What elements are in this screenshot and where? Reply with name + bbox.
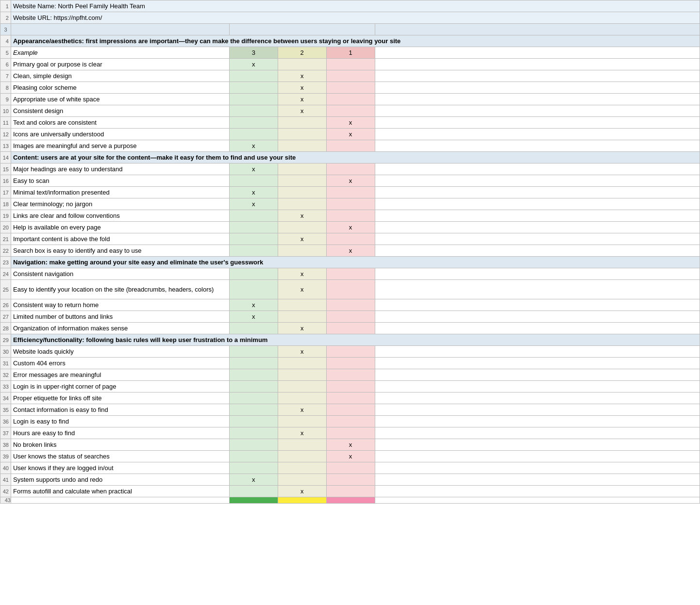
cell-36-r1 [326,416,375,427]
cell-12-r2 [278,129,326,140]
cell-11-comments [375,117,700,129]
cell-33-label: Login is in upper-right corner of page [11,381,229,392]
cell-8-r2: x [278,82,326,94]
row-34: 34 Proper etiquette for links off site [0,392,700,404]
cell-24-comments [375,268,700,280]
row-42: 42 Forms autofill and calculate when pra… [0,486,700,497]
row-27: 27 Limited number of buttons and links x [0,311,700,323]
row-3-header: 3 [0,24,700,35]
cell-19-r3 [229,210,278,222]
row-35: 35 Contact information is easy to find x [0,404,700,416]
cell-36-r2 [278,416,326,427]
cell-24-r2: x [278,268,326,280]
cell-24-r1 [326,268,375,280]
cell-20-comments [375,222,700,233]
cell-41-r2 [278,474,326,486]
cell-37-r3 [229,427,278,439]
cell-35-comments [375,404,700,416]
row-num-14: 14 [0,152,11,164]
row-num-40: 40 [0,462,11,474]
row-num-37: 37 [0,427,11,439]
row-num-32: 32 [0,369,11,381]
cell-16-r3 [229,175,278,187]
row-num-43: 43 [0,497,11,504]
cell-32-r3 [229,369,278,381]
row-num-38: 38 [0,439,11,451]
cell-38-r2 [278,439,326,451]
cell-15-r2 [278,164,326,175]
cell-41-r3: x [229,474,278,486]
cell-16-r2 [278,175,326,187]
row-num-7: 7 [0,70,11,82]
cell-7-label: Clean, simple design [11,70,229,82]
cell-27-comments [375,311,700,323]
row-37: 37 Hours are easy to find x [0,427,700,439]
cell-33-r2 [278,381,326,392]
cell-7-r2: x [278,70,326,82]
cell-34-r1 [326,392,375,404]
cell-35-label: Contact information is easy to find [11,404,229,416]
cell-13-r1 [326,140,375,152]
cell-39-r2 [278,451,326,462]
cell-8-label: Pleasing color scheme [11,82,229,94]
cell-30-label: Website loads quickly [11,346,229,358]
cell-18-label: Clear terminology; no jargon [11,198,229,210]
website-url-label: Website URL: [13,14,54,21]
row-num-21: 21 [0,233,11,245]
section-navigation: Navigation: make getting around your sit… [11,257,700,268]
row-23-section: 23 Navigation: make getting around your … [0,257,700,268]
cell-43-bar-green [229,497,278,504]
row-num-16: 16 [0,175,11,187]
cell-32-r1 [326,369,375,381]
cell-40-r3 [229,462,278,474]
row-36: 36 Login is easy to find [0,416,700,427]
cell-18-r2 [278,198,326,210]
cell-25-r3 [229,280,278,299]
cell-28-label: Organization of information makes sense [11,323,229,334]
website-name-cell: Website Name: North Peel Family Health T… [11,0,700,12]
cell-19-label: Links are clear and follow conventions [11,210,229,222]
cell-35-r3 [229,404,278,416]
row-18: 18 Clear terminology; no jargon x [0,198,700,210]
cell-39-comments [375,451,700,462]
cell-36-comments [375,416,700,427]
cell-18-r1 [326,198,375,210]
row-9: 9 Appropriate use of white space x [0,94,700,105]
cell-26-r3: x [229,299,278,311]
row-num-2: 2 [0,12,11,24]
cell-10-r2: x [278,105,326,117]
cell-42-comments [375,486,700,497]
cell-30-comments [375,346,700,358]
cell-22-r2 [278,245,326,257]
cell-31-r2 [278,358,326,369]
cell-15-r1 [326,164,375,175]
row-39: 39 User knows the status of searches x [0,451,700,462]
row-num-3: 3 [0,24,11,35]
cell-13-r3: x [229,140,278,152]
cell-20-r1: x [326,222,375,233]
cell-26-r1 [326,299,375,311]
cell-16-r1: x [326,175,375,187]
row-num-35: 35 [0,404,11,416]
cell-37-r2: x [278,427,326,439]
row-24: 24 Consistent navigation x [0,268,700,280]
website-url-value: https://npfht.com/ [54,14,102,21]
website-name-value: North Peel Family Health Team [58,2,145,10]
cell-6-r3: x [229,59,278,70]
cell-39-r1: x [326,451,375,462]
cell-8-comments [375,82,700,94]
cell-32-comments [375,369,700,381]
row-num-9: 9 [0,94,11,105]
cell-17-label: Minimal text/information presented [11,187,229,198]
cell-36-label: Login is easy to find [11,416,229,427]
cell-27-r2 [278,311,326,323]
row-num-20: 20 [0,222,11,233]
cell-12-r3 [229,129,278,140]
cell-38-comments [375,439,700,451]
row-num-10: 10 [0,105,11,117]
row-num-36: 36 [0,416,11,427]
row-30: 30 Website loads quickly x [0,346,700,358]
row-num-28: 28 [0,323,11,334]
row-22: 22 Search box is easy to identify and ea… [0,245,700,257]
spreadsheet: 1 Website Name: North Peel Family Health… [0,0,700,504]
